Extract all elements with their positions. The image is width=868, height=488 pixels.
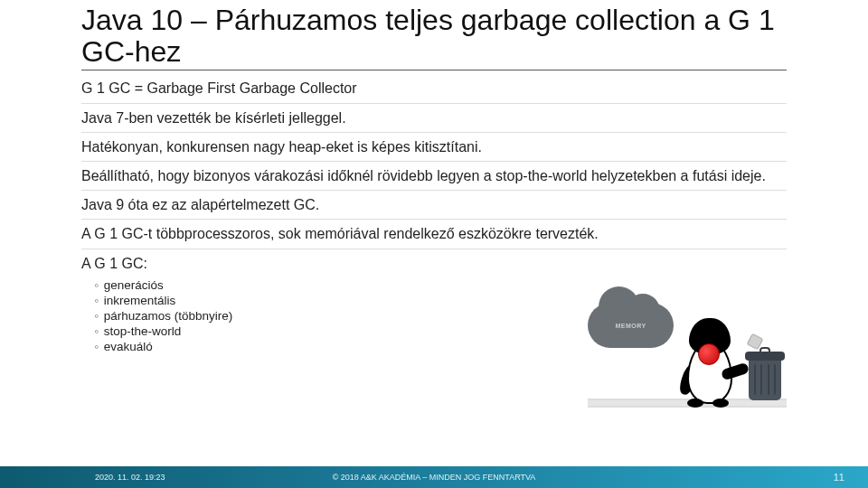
- slide-footer: 2020. 11. 02. 19:23 © 2018 A&K AKADÉMIA …: [0, 466, 868, 488]
- bullet-marker: ◦: [94, 340, 99, 353]
- paragraph: A G 1 GC:: [81, 249, 787, 274]
- slide-number: 11: [834, 472, 868, 483]
- bullet-text: generációs: [104, 278, 164, 292]
- paragraph: Hatékonyan, konkurensen nagy heap-eket i…: [81, 133, 787, 162]
- illustration: MEMORY: [588, 303, 787, 420]
- paragraph: G 1 GC = Garbage First Garbage Collector: [81, 74, 787, 103]
- list-item: ◦generációs: [94, 277, 787, 293]
- cloud-label: MEMORY: [615, 323, 646, 329]
- bullet-text: párhuzamos (többnyire): [104, 309, 233, 323]
- java-duke-icon: [678, 318, 741, 404]
- bullet-marker: ◦: [94, 309, 99, 323]
- footer-copyright: © 2018 A&K AKADÉMIA – MINDEN JOG FENNTAR…: [333, 473, 536, 482]
- slide-title: Java 10 – Párhuzamos teljes garbage coll…: [81, 5, 787, 70]
- cloud-icon: MEMORY: [588, 303, 674, 348]
- bullet-text: stop-the-world: [104, 324, 182, 338]
- slide: Java 10 – Párhuzamos teljes garbage coll…: [0, 0, 868, 488]
- bullet-text: evakuáló: [104, 340, 153, 353]
- bullet-marker: ◦: [94, 294, 99, 307]
- paragraph: Beállítható, hogy bizonyos várakozási id…: [81, 162, 787, 191]
- bullet-marker: ◦: [94, 278, 99, 292]
- bullet-text: inkrementális: [104, 294, 176, 307]
- trash-bin-icon: [743, 352, 787, 404]
- footer-timestamp: 2020. 11. 02. 19:23: [0, 473, 165, 482]
- paragraph: A G 1 GC-t többprocesszoros, sok memóriá…: [81, 220, 787, 249]
- paragraph: Java 9 óta ez az alapértelmezett GC.: [81, 191, 787, 220]
- content-area: Java 10 – Párhuzamos teljes garbage coll…: [0, 0, 868, 354]
- bullet-marker: ◦: [94, 324, 99, 338]
- paragraph: Java 7-ben vezették be kísérleti jellegg…: [81, 104, 787, 133]
